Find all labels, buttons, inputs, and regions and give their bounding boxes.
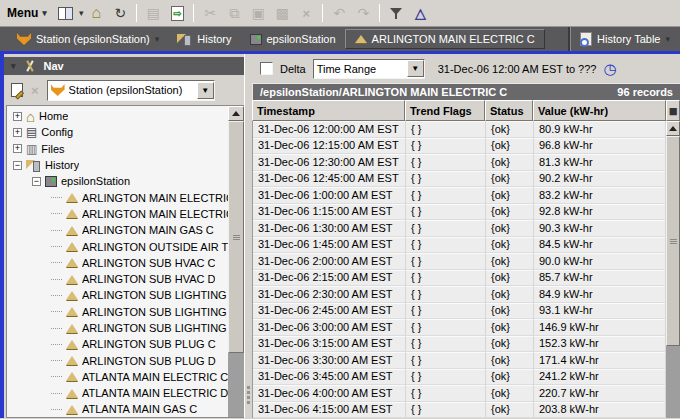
tree-item[interactable]: ARLINGTON MAIN ELECTRIC D	[7, 206, 228, 222]
tree-item[interactable]: Files	[7, 141, 228, 157]
table-row[interactable]: 31-Dec-06 1:00:00 AM EST { } {ok} 83.2 k…	[253, 187, 666, 204]
tree-expander-icon[interactable]	[51, 311, 62, 312]
view-selector[interactable]: History Table ▾	[568, 27, 680, 51]
table-row[interactable]: 31-Dec-06 2:30:00 AM EST { } {ok} 84.9 k…	[253, 286, 666, 303]
table-row[interactable]: 31-Dec-06 3:45:00 AM EST { } {ok} 241.2 …	[253, 369, 666, 386]
table-row[interactable]: 31-Dec-06 2:45:00 AM EST { } {ok} 93.1 k…	[253, 303, 666, 320]
column-header-value[interactable]: Value (kW-hr)	[533, 100, 666, 121]
tree-item[interactable]: ARLINGTON SUB LIGHTING D	[7, 304, 228, 320]
table-options-icon[interactable]: ▦	[666, 100, 680, 121]
table-row[interactable]: 31-Dec-06 12:00:00 AM EST { } {ok} 80.9 …	[253, 121, 666, 138]
scroll-up-button[interactable]	[666, 121, 680, 136]
refresh-button[interactable]: ↻	[109, 2, 131, 24]
time-range-combobox[interactable]: Time Range ▼	[313, 59, 425, 79]
table-row[interactable]: 31-Dec-06 2:00:00 AM EST { } {ok} 90.0 k…	[253, 253, 666, 270]
pane-splitter[interactable]	[244, 54, 252, 418]
new-nav-button[interactable]	[11, 83, 23, 97]
tree-expander-icon[interactable]	[51, 279, 62, 280]
table-row[interactable]: 31-Dec-06 1:45:00 AM EST { } {ok} 84.5 k…	[253, 237, 666, 254]
tree-item[interactable]: ATLANTA MAIN ELECTRIC C	[7, 369, 228, 385]
tree-item[interactable]: epsilonStation	[7, 173, 228, 189]
home-button[interactable]: ⌂	[85, 2, 107, 24]
tree-item[interactable]: ARLINGTON SUB PLUG C	[7, 336, 228, 352]
table-row[interactable]: 31-Dec-06 1:15:00 AM EST { } {ok} 92.8 k…	[253, 204, 666, 221]
table-row[interactable]: 31-Dec-06 12:30:00 AM EST { } {ok} 81.3 …	[253, 154, 666, 171]
column-header-status[interactable]: Status	[485, 100, 533, 121]
tree-expander-icon[interactable]	[51, 409, 62, 410]
tree-expander-icon[interactable]	[13, 161, 22, 170]
tree-item[interactable]: ARLINGTON MAIN ELECTRIC C	[7, 189, 228, 205]
table-row[interactable]: 31-Dec-06 4:00:00 AM EST { } {ok} 220.7 …	[253, 385, 666, 402]
table-row[interactable]: 31-Dec-06 12:45:00 AM EST { } {ok} 90.2 …	[253, 171, 666, 188]
tree-expander-icon[interactable]	[51, 246, 62, 247]
table-row[interactable]: 31-Dec-06 12:15:00 AM EST { } {ok} 96.8 …	[253, 138, 666, 155]
scrollbar-thumb[interactable]	[666, 136, 680, 346]
tree-item-label: History	[45, 159, 79, 171]
table-scrollbar[interactable]	[666, 121, 680, 418]
tree-expander-icon[interactable]	[51, 344, 62, 345]
table-row[interactable]: 31-Dec-06 3:30:00 AM EST { } {ok} 171.4 …	[253, 352, 666, 369]
tree-item[interactable]: ATLANTA MAIN GAS C	[7, 401, 228, 417]
tree-expander-icon[interactable]	[51, 360, 62, 361]
window-body: ▾ Nav × Station (epsilonStation) ▼	[0, 54, 680, 418]
tree-expander-icon[interactable]	[51, 393, 62, 394]
tree-scrollbar[interactable]	[228, 106, 244, 417]
breadcrumb-epsilonstation[interactable]: epsilonStation	[241, 29, 345, 49]
filter-button[interactable]	[385, 2, 407, 24]
tree-item[interactable]: ARLINGTON SUB HVAC D	[7, 271, 228, 287]
breadcrumb-history-node[interactable]: ARLINGTON MAIN ELECTRIC C	[345, 29, 545, 49]
nav-toolbar: × Station (epsilonStation) ▼	[4, 75, 244, 105]
station-selector-combobox[interactable]: Station (epsilonStation) ▼	[47, 80, 215, 101]
table-row[interactable]: 31-Dec-06 2:15:00 AM EST { } {ok} 85.7 k…	[253, 270, 666, 287]
chevron-down-icon[interactable]: ▾	[155, 34, 160, 44]
combobox-dropdown-button[interactable]: ▼	[407, 60, 424, 77]
chevron-down-icon[interactable]: ▾	[665, 34, 670, 44]
tree-item-label: ATLANTA MAIN ELECTRIC C	[82, 371, 228, 383]
table-row[interactable]: 31-Dec-06 3:00:00 AM EST { } {ok} 146.9 …	[253, 319, 666, 336]
tree-expander-icon[interactable]	[13, 128, 22, 137]
tree-expander-icon[interactable]	[51, 262, 62, 263]
tree-item[interactable]: Config	[7, 124, 228, 140]
pane-toggle-chevron-icon[interactable]: ▾	[79, 8, 84, 18]
tree-expander-icon[interactable]	[51, 230, 62, 231]
tree-expander-icon[interactable]	[32, 177, 41, 186]
clock-icon[interactable]: ◷	[603, 61, 616, 76]
breadcrumb-station[interactable]: Station (epsilonStation) ▾	[8, 29, 168, 49]
tree-item[interactable]: ARLINGTON SUB LIGHTING C	[7, 287, 228, 303]
tree-expander-icon[interactable]	[51, 197, 62, 198]
delta-button[interactable]: △	[409, 2, 431, 24]
table-row[interactable]: 31-Dec-06 1:30:00 AM EST { } {ok} 90.3 k…	[253, 220, 666, 237]
tree-item[interactable]: ARLINGTON OUTSIDE AIR TEMP	[7, 238, 228, 254]
side-pane-toggle-button[interactable]	[55, 2, 77, 24]
trend-flags-cell: { }	[406, 402, 486, 418]
value-cell: 152.3 kW-hr	[534, 336, 666, 352]
tree-item[interactable]: History	[7, 157, 228, 173]
scroll-up-button[interactable]	[228, 106, 244, 121]
scrollbar-thumb[interactable]	[228, 121, 244, 353]
delta-checkbox[interactable]	[260, 62, 273, 75]
tree-item[interactable]: ARLINGTON SUB HVAC C	[7, 255, 228, 271]
column-header-timestamp[interactable]: Timestamp	[252, 100, 405, 121]
combobox-dropdown-button[interactable]: ▼	[197, 82, 214, 99]
menu-button[interactable]: Menu ▾	[5, 4, 53, 22]
tree-expander-icon[interactable]	[13, 112, 22, 121]
tree-item[interactable]: ARLINGTON SUB PLUG D	[7, 352, 228, 368]
tree-expander-icon[interactable]	[51, 328, 62, 329]
tree-expander-icon[interactable]	[51, 295, 62, 296]
breadcrumb-history[interactable]: History	[168, 29, 240, 49]
tree-item[interactable]: ATLANTA MAIN ELECTRIC D	[7, 385, 228, 401]
table-row[interactable]: 31-Dec-06 4:15:00 AM EST { } {ok} 203.8 …	[253, 402, 666, 419]
tree-expander-icon[interactable]	[13, 144, 22, 153]
view-magnifier-icon	[580, 32, 592, 46]
collapse-pane-icon[interactable]: ▾	[11, 61, 16, 71]
column-header-trend-flags[interactable]: Trend Flags	[405, 100, 485, 121]
tree-expander-icon[interactable]	[51, 213, 62, 214]
export-button[interactable]: ⇨	[166, 2, 188, 24]
tree-item[interactable]: ARLINGTON MAIN GAS C	[7, 222, 228, 238]
value-cell: 241.2 kW-hr	[534, 369, 666, 385]
tree-item[interactable]: ARLINGTON SUB LIGHTING RUNT	[7, 320, 228, 336]
tree-item[interactable]: Home	[7, 108, 228, 124]
tree-expander-icon[interactable]	[51, 376, 62, 377]
undo-button: ↶	[328, 2, 350, 24]
table-row[interactable]: 31-Dec-06 3:15:00 AM EST { } {ok} 152.3 …	[253, 336, 666, 353]
